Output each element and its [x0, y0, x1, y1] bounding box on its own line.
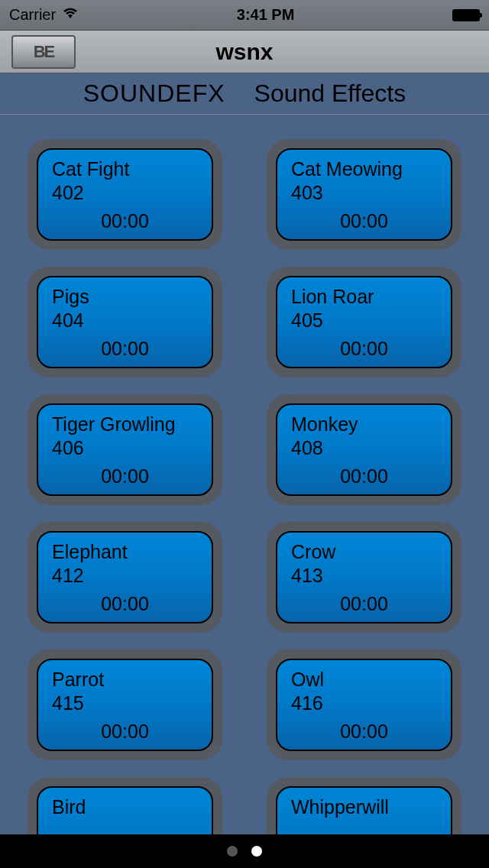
sound-time: 00:00: [291, 593, 437, 615]
page-dot-1[interactable]: [251, 846, 262, 857]
nav-bar: BE wsnx: [0, 31, 489, 73]
sound-button-inner: Pigs40400:00: [37, 276, 213, 368]
wifi-icon: [62, 6, 79, 24]
sound-name: Cat Meowing: [291, 159, 437, 180]
sound-button[interactable]: Parrot41500:00: [28, 649, 222, 760]
page-indicator[interactable]: [0, 834, 489, 868]
status-bar: Carrier 3:41 PM: [0, 0, 489, 31]
sound-button-inner: Parrot41500:00: [37, 659, 213, 751]
sound-button[interactable]: Monkey40800:00: [267, 394, 461, 505]
sound-name: Elephant: [52, 542, 198, 563]
sound-time: 00:00: [291, 721, 437, 743]
nav-title: wsnx: [215, 39, 273, 65]
sound-id: 415: [52, 692, 198, 714]
sound-time: 00:00: [291, 210, 437, 232]
carrier-label: Carrier: [9, 6, 56, 24]
sound-button-inner: Whipperwill: [276, 786, 452, 834]
sound-button[interactable]: Cat Meowing40300:00: [267, 139, 461, 250]
sound-button-inner: Tiger Growling40600:00: [37, 403, 213, 496]
sound-time: 00:00: [52, 593, 198, 615]
sound-name: Owl: [291, 669, 437, 691]
header-bar: SOUNDEFX Sound Effects: [0, 73, 489, 115]
sound-name: Cat Fight: [52, 159, 198, 180]
sound-id: 413: [291, 565, 437, 587]
sound-button[interactable]: Owl41600:00: [267, 649, 461, 760]
sound-id: 412: [52, 565, 198, 587]
sound-id: 408: [291, 437, 437, 459]
sound-button-inner: Crow41300:00: [276, 531, 452, 623]
sound-button-inner: Cat Meowing40300:00: [276, 148, 452, 241]
sound-button-inner: Owl41600:00: [276, 659, 452, 751]
sound-button-inner: Lion Roar40500:00: [276, 276, 452, 368]
sound-button-inner: Monkey40800:00: [276, 403, 452, 496]
sound-name: Monkey: [291, 414, 437, 436]
sound-time: 00:00: [291, 465, 437, 487]
header-code: SOUNDEFX: [83, 79, 225, 108]
sound-id: 402: [52, 182, 198, 204]
sound-button[interactable]: Elephant41200:00: [28, 522, 222, 633]
sound-button[interactable]: Crow41300:00: [267, 522, 461, 633]
sound-button[interactable]: Cat Fight40200:00: [28, 139, 222, 250]
status-time: 3:41 PM: [237, 6, 295, 24]
sound-id: 406: [52, 437, 198, 459]
sound-time: 00:00: [52, 465, 198, 487]
sound-button-inner: Bird: [37, 786, 213, 834]
sound-name: Crow: [291, 542, 437, 563]
logo-button[interactable]: BE: [11, 35, 76, 69]
sound-button[interactable]: Pigs40400:00: [28, 267, 222, 377]
sound-id: 404: [52, 309, 198, 332]
sound-id: 416: [291, 692, 437, 714]
sound-time: 00:00: [52, 721, 198, 743]
status-right: [452, 9, 480, 21]
sound-id: 403: [291, 182, 437, 204]
battery-icon: [452, 9, 480, 21]
sound-name: Bird: [52, 797, 198, 818]
sound-button-inner: Cat Fight40200:00: [37, 148, 213, 241]
header-title: Sound Effects: [254, 79, 406, 108]
sound-button[interactable]: Bird: [28, 777, 222, 834]
sound-name: Pigs: [52, 287, 198, 308]
sound-grid: Cat Fight40200:00Cat Meowing40300:00Pigs…: [28, 139, 461, 834]
sound-button-inner: Elephant41200:00: [37, 531, 213, 623]
sound-button[interactable]: Lion Roar40500:00: [267, 267, 461, 377]
sound-time: 00:00: [52, 210, 198, 232]
sound-grid-container[interactable]: Cat Fight40200:00Cat Meowing40300:00Pigs…: [0, 115, 489, 834]
sound-name: Whipperwill: [291, 797, 437, 818]
page-dot-0[interactable]: [227, 846, 238, 857]
sound-name: Lion Roar: [291, 287, 437, 308]
logo-text: BE: [34, 42, 54, 62]
sound-id: 405: [291, 309, 437, 332]
sound-name: Parrot: [52, 669, 198, 691]
sound-name: Tiger Growling: [52, 414, 198, 436]
status-left: Carrier: [9, 6, 79, 24]
sound-button[interactable]: Tiger Growling40600:00: [28, 394, 222, 505]
sound-time: 00:00: [52, 338, 198, 360]
sound-time: 00:00: [291, 338, 437, 360]
sound-button[interactable]: Whipperwill: [267, 777, 461, 834]
